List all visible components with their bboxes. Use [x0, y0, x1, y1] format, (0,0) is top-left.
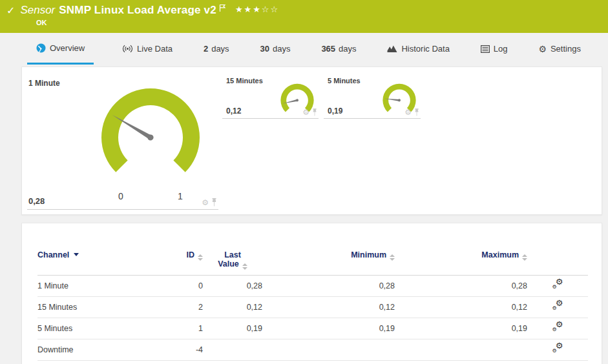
- channel-table: Channel ID Last Value Minimum Maximum: [37, 244, 588, 361]
- channel-minimum: 0,28: [262, 275, 395, 296]
- tab-label: Live Data: [137, 44, 173, 54]
- channel-maximum: 0,28: [395, 275, 527, 296]
- channel-last-value: 0,28: [203, 275, 262, 296]
- priority-stars[interactable]: ★★★☆☆: [235, 5, 279, 14]
- channel-name: 5 Minutes: [37, 318, 147, 339]
- gauge-title: 5 Minutes: [328, 77, 361, 85]
- tab-label: Settings: [550, 44, 581, 54]
- column-header-id[interactable]: ID: [147, 244, 203, 275]
- gauge-value: 0,12: [226, 106, 241, 116]
- tab-log[interactable]: Log: [478, 33, 510, 65]
- gauge-settings-icon[interactable]: ⚙: [404, 108, 412, 116]
- table-row: Downtime -4 ⚙⚙: [37, 339, 588, 360]
- sort-desc-icon: [74, 253, 79, 256]
- gauge-1-minute: 1 Minute 0 1 0,28 ⚙: [27, 74, 218, 210]
- tab-overview[interactable]: Overview: [27, 33, 94, 65]
- table-row: 15 Minutes 2 0,12 0,12 0,12 ⚙⚙: [37, 296, 588, 318]
- gauge-title: 1 Minute: [28, 79, 60, 88]
- tab-label: Log: [494, 44, 508, 54]
- gauge-arc: [101, 88, 200, 172]
- column-header-minimum[interactable]: Minimum: [262, 244, 395, 275]
- channel-last-value: 0,19: [203, 318, 262, 339]
- channel-settings-icon[interactable]: ⚙⚙: [552, 301, 563, 311]
- gauge-settings-icon[interactable]: ⚙: [302, 108, 309, 116]
- tab-2-days[interactable]: 2 days: [201, 33, 232, 65]
- tab-live-data[interactable]: Live Data: [120, 33, 175, 65]
- tab-365-days[interactable]: 365 days: [319, 33, 359, 65]
- tab-bar: Overview Live Data 2 days 30 days 365: [0, 33, 608, 65]
- tab-number: 2: [204, 44, 208, 54]
- prtg-sensor-page: ✓ Sensor SNMP Linux Load Average v2 ★★★☆…: [0, 0, 608, 364]
- gauges-panel: 1 Minute 0 1 0,28 ⚙ 15 Minutes: [21, 66, 602, 215]
- gauge-chart: 0 1: [86, 76, 215, 205]
- table-row: 5 Minutes 1 0,19 0,19 0,19 ⚙⚙: [37, 318, 588, 339]
- gauge-15-minutes: 15 Minutes 0,12 ⚙: [222, 74, 319, 119]
- tab-number: 30: [260, 44, 269, 54]
- status-check-icon: ✓: [6, 5, 15, 17]
- tab-30-days[interactable]: 30 days: [258, 33, 293, 65]
- channel-last-value: 0,12: [203, 296, 262, 318]
- channel-minimum: 0,19: [262, 318, 395, 339]
- tab-label: Historic Data: [401, 44, 449, 54]
- tab-label: days: [211, 44, 229, 54]
- column-header-last-value[interactable]: Last Value: [203, 244, 262, 275]
- channel-table-panel: Channel ID Last Value Minimum Maximum: [21, 223, 602, 364]
- channel-settings-icon[interactable]: ⚙⚙: [552, 322, 563, 332]
- gauge-tools: ⚙: [302, 108, 317, 116]
- column-header-actions: [527, 244, 588, 275]
- column-header-maximum[interactable]: Maximum: [395, 244, 527, 275]
- tab-number: 365: [321, 44, 335, 54]
- channel-settings-icon[interactable]: ⚙⚙: [552, 343, 563, 354]
- flag-icon[interactable]: [219, 4, 226, 12]
- column-header-channel[interactable]: Channel: [37, 244, 147, 275]
- log-icon: [481, 45, 490, 53]
- status-badge: OK: [36, 19, 47, 26]
- channel-minimum: 0,12: [262, 296, 395, 318]
- tab-historic-data[interactable]: Historic Data: [384, 33, 452, 65]
- settings-gear-icon: ⚙: [538, 45, 547, 54]
- overview-gauge-icon: [36, 43, 46, 53]
- channel-id: 2: [147, 296, 203, 318]
- gauge-5-minutes: 5 Minutes 0,19 ⚙: [324, 74, 421, 119]
- gauge-scale-min: 0: [118, 191, 123, 201]
- channel-minimum: [262, 339, 395, 360]
- sensor-status-bar: ✓ Sensor SNMP Linux Load Average v2 ★★★☆…: [0, 0, 608, 33]
- historic-data-icon: [387, 45, 397, 53]
- channel-id: 0: [147, 275, 203, 296]
- channel-id: 1: [147, 318, 203, 339]
- pin-icon[interactable]: [312, 108, 317, 116]
- pin-icon[interactable]: [414, 108, 419, 116]
- channel-id: -4: [147, 339, 203, 360]
- sort-icon: [198, 254, 203, 261]
- gauge-settings-icon[interactable]: ⚙: [202, 199, 209, 207]
- channel-maximum: 0,19: [395, 318, 527, 339]
- sort-icon: [390, 254, 395, 261]
- tab-settings[interactable]: ⚙ Settings: [536, 33, 583, 65]
- channel-name: 15 Minutes: [37, 296, 147, 318]
- sensor-title: SNMP Linux Load Average v2: [59, 4, 216, 17]
- gauge-tools: ⚙: [404, 108, 419, 116]
- pin-icon[interactable]: [211, 198, 217, 207]
- gauge-value: 0,19: [328, 106, 342, 116]
- gauge-scale-max: 1: [178, 191, 183, 201]
- tab-label: days: [273, 44, 290, 54]
- sort-icon: [242, 263, 247, 270]
- tab-label: days: [339, 44, 356, 54]
- channel-maximum: 0,12: [395, 296, 527, 318]
- table-row: 1 Minute 0 0,28 0,28 0,28 ⚙⚙: [37, 275, 588, 296]
- channel-maximum: [395, 339, 527, 360]
- channel-settings-icon[interactable]: ⚙⚙: [552, 279, 563, 290]
- channel-name: 1 Minute: [37, 275, 147, 296]
- sort-icon: [522, 254, 527, 261]
- tab-label: Overview: [50, 43, 85, 53]
- gauge-value: 0,28: [28, 196, 45, 206]
- gauge-tools: ⚙: [202, 198, 217, 207]
- gauge-title: 15 Minutes: [226, 77, 263, 85]
- channel-last-value: [203, 339, 262, 360]
- sensor-kind-label: Sensor: [20, 4, 55, 17]
- channel-name: Downtime: [37, 339, 147, 360]
- live-data-icon: [122, 45, 133, 53]
